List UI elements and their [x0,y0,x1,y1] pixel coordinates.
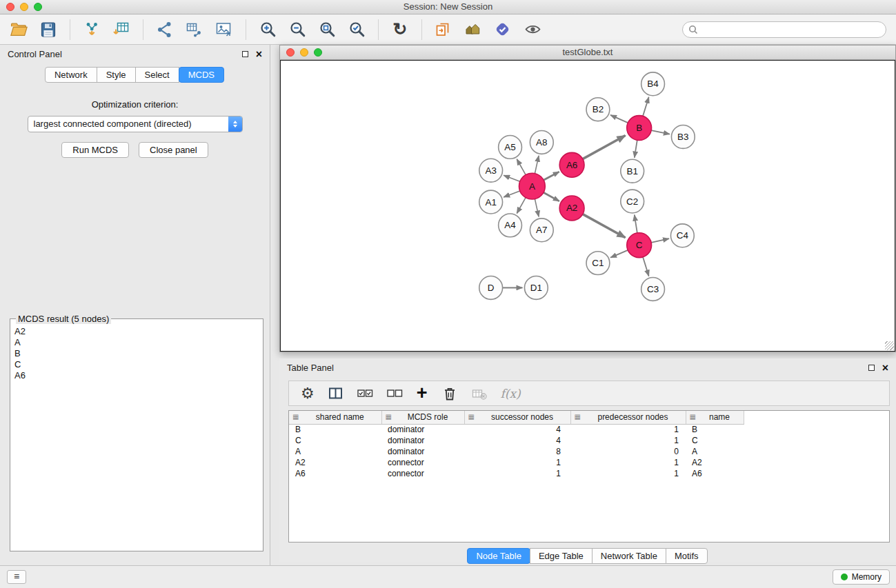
delete-table-button[interactable] [472,384,487,403]
zoom-network-button[interactable] [314,48,322,57]
minimize-network-button[interactable] [300,48,308,57]
column-header-successor-nodes[interactable]: ▦successor nodes [464,411,570,424]
network-node-C1[interactable]: C1 [586,252,610,275]
network-node-A4[interactable]: A4 [499,214,522,237]
network-node-C3[interactable]: C3 [641,278,665,301]
network-node-A8[interactable]: A8 [530,131,553,154]
network-edge-A-A6[interactable] [544,172,559,180]
save-session-button[interactable] [37,18,60,41]
close-panel-button[interactable]: Close panel [139,142,208,158]
network-node-A7[interactable]: A7 [530,219,553,242]
float-table-panel-icon[interactable] [868,365,875,371]
network-edge-B-B3[interactable] [651,130,670,134]
column-header-shared-name[interactable]: ▦shared name [289,411,381,424]
delete-rows-button[interactable] [441,384,458,403]
network-edge-A-A2[interactable] [544,192,559,201]
network-node-A6[interactable]: A6 [559,152,584,177]
network-node-A3[interactable]: A3 [479,159,503,182]
tab-network[interactable]: Network [45,67,97,83]
memory-button[interactable]: Memory [833,569,890,585]
network-edge-A-A4[interactable] [517,198,526,214]
network-graph[interactable]: B4B2BB3A5A8A6A3B1AA1C2A2A4A7C4CC1C3DD1 [281,61,895,351]
table-row[interactable]: Adominator80A [289,446,744,457]
network-node-A5[interactable]: A5 [499,135,522,159]
network-edge-A6-B[interactable] [583,136,626,159]
network-edge-A2-C[interactable] [583,214,626,238]
column-header-predecessor-nodes[interactable]: ▦predecessor nodes [570,411,686,424]
tab-motifs[interactable]: Motifs [666,548,708,564]
clone-network-button[interactable] [432,18,455,41]
import-table-from-file-button[interactable] [110,18,133,41]
network-edge-C-C4[interactable] [651,239,669,243]
network-edge-A-A7[interactable] [535,199,539,217]
network-node-A1[interactable]: A1 [479,190,503,214]
tab-edge-table[interactable]: Edge Table [530,548,593,564]
table-row[interactable]: A2connector11A2 [289,457,744,468]
network-node-B2[interactable]: B2 [586,98,610,121]
zoom-in-button[interactable] [256,18,279,41]
export-network-table-button[interactable] [183,18,206,41]
show-hide-graphics-button[interactable] [521,18,544,41]
table-row[interactable]: Bdominator41B [289,424,744,435]
zoom-window-button[interactable] [34,3,42,11]
network-edge-A-A5[interactable] [517,159,526,175]
network-node-D1[interactable]: D1 [524,276,548,300]
validate-network-button[interactable] [491,18,515,41]
close-network-button[interactable] [286,48,295,57]
tab-node-table[interactable]: Node Table [467,548,530,564]
close-panel-icon[interactable]: × [256,50,262,59]
network-edge-A-A1[interactable] [504,191,519,197]
network-node-A2[interactable]: A2 [559,196,584,221]
table-row[interactable]: A6connector11A6 [289,468,744,479]
float-panel-icon[interactable] [242,51,248,57]
network-overview-button[interactable] [461,18,485,41]
zoom-fit-button[interactable] [315,18,339,41]
network-edge-C-C3[interactable] [643,257,649,276]
network-node-B1[interactable]: B1 [621,159,644,183]
network-canvas[interactable]: B4B2BB3A5A8A6A3B1AA1C2A2A4A7C4CC1C3DD1 [280,60,895,352]
network-node-D[interactable]: D [479,276,503,300]
unselect-all-button[interactable] [387,384,403,403]
table-options-button[interactable]: ⚙ [301,384,315,403]
show-columns-button[interactable] [328,384,344,403]
network-node-C[interactable]: C [627,233,652,258]
open-session-button[interactable] [7,18,30,41]
tab-network-table[interactable]: Network Table [592,548,666,564]
column-header-name[interactable]: ▦name [686,411,744,424]
show-panels-button[interactable]: ≡ [7,570,26,584]
network-node-C2[interactable]: C2 [621,190,644,213]
network-node-B3[interactable]: B3 [671,125,695,149]
resize-grip[interactable] [885,341,894,350]
tab-select[interactable]: Select [135,67,179,83]
import-network-from-file-button[interactable] [80,18,103,41]
network-edge-A-A3[interactable] [504,175,519,181]
export-network-image-button[interactable] [212,18,236,41]
network-node-B4[interactable]: B4 [641,72,665,96]
close-table-panel-icon[interactable]: × [882,364,888,372]
optimization-criterion-select[interactable]: largest connected component (directed) [28,116,243,132]
close-window-button[interactable] [6,3,14,11]
zoom-out-button[interactable] [286,18,309,41]
search-input[interactable] [701,25,880,34]
network-node-A[interactable]: A [519,173,545,199]
network-node-B[interactable]: B [627,116,652,141]
network-edge-B-B4[interactable] [643,97,649,116]
function-builder-button[interactable]: f(x) [501,384,521,403]
zoom-selected-button[interactable] [345,18,368,41]
network-edge-B-B1[interactable] [635,140,637,157]
run-mcds-button[interactable]: Run MCDS [61,142,129,158]
apply-preferred-layout-button[interactable]: ↻ [388,18,412,41]
network-edge-B-B2[interactable] [610,115,628,123]
tab-style[interactable]: Style [97,67,136,83]
table-row[interactable]: Cdominator41C [289,435,744,446]
select-all-button[interactable] [357,384,373,403]
network-node-C4[interactable]: C4 [670,224,694,247]
tab-mcds[interactable]: MCDS [179,67,224,83]
network-edge-A-A8[interactable] [535,156,539,174]
add-row-button[interactable]: + [417,384,428,403]
network-edge-C-C2[interactable] [635,215,637,233]
network-edge-C-C1[interactable] [610,250,628,258]
column-header-mcds-role[interactable]: ▦MCDS role [381,411,464,424]
minimize-window-button[interactable] [20,3,28,11]
share-network-button[interactable] [153,18,177,41]
